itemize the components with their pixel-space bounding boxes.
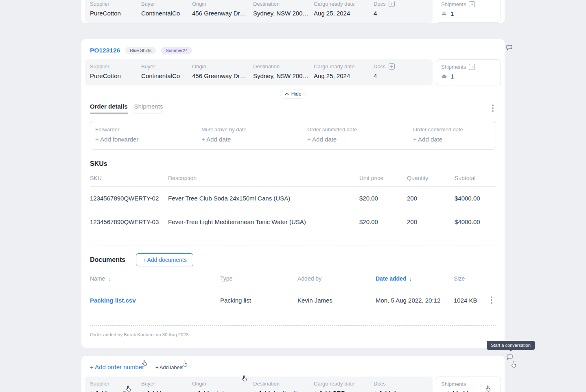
field-label: Destination: [253, 1, 314, 7]
document-date-added: Mon, 5 Aug 2022, 20:12: [376, 297, 454, 304]
field-value: ContinentalCo: [141, 72, 192, 79]
order-tabs-row: Order details Shipments: [81, 103, 505, 113]
field-label: Docs: [374, 63, 386, 70]
field-label: Supplier: [90, 1, 141, 7]
section-divider: [90, 325, 496, 326]
detail-field-confirmed: Order confirmed date + Add date: [413, 126, 496, 143]
sku-subtotal: $4000.00: [455, 195, 496, 202]
summary-field-origin: Origin 456 Greenway Dr…: [192, 63, 253, 79]
sku-quantity: 200: [407, 218, 455, 225]
summary-field-destination: Destination Sydney, NSW 200…: [253, 1, 314, 17]
add-shipment-icon[interactable]: +: [469, 1, 475, 7]
comment-icon[interactable]: [506, 353, 513, 361]
order-tag[interactable]: Blue Shirts: [125, 47, 156, 54]
hand-cursor-icon: [511, 361, 518, 368]
field-label: Cargo ready date: [314, 1, 374, 7]
add-documents-button[interactable]: + Add documents: [136, 253, 193, 266]
sku-unit-price: $20.00: [359, 195, 407, 202]
chevron-up-icon: [285, 93, 289, 96]
summary-field-docs: Docs + 4: [374, 1, 433, 17]
add-origin-button[interactable]: + Add origin: [192, 390, 253, 392]
add-crd-button[interactable]: + Add CRD: [314, 390, 374, 392]
documents-table-header: Name↓ Type Added by Date added↓ Size: [90, 266, 496, 287]
summary-field-supplier: Supplier + Add supplier: [90, 381, 141, 392]
order-summary-row: Supplier PureCotton Buyer ContinentalCo …: [85, 59, 501, 85]
field-label: Buyer: [141, 381, 192, 387]
sku-code: 1234567890QWERTY-03: [90, 218, 168, 225]
ship-icon: [441, 73, 447, 80]
field-value: 4: [374, 72, 433, 79]
field-label: Supplier: [90, 63, 141, 70]
po-number-link[interactable]: PO123126: [90, 47, 120, 54]
new-order-card: + Add order number + Add labels Supplier…: [81, 356, 505, 392]
summary-field-supplier: Supplier PureCotton: [90, 1, 141, 17]
col-unit-price: Unit price: [359, 175, 407, 181]
document-added-by: Kevin James: [297, 297, 376, 304]
shipments-count: 1: [450, 10, 454, 17]
add-must-arrive-date-button[interactable]: + Add date: [201, 136, 307, 143]
col-date-added-sort[interactable]: Date added↓: [376, 275, 454, 282]
add-order-number-button[interactable]: + Add order number: [90, 364, 144, 370]
tab-shipments[interactable]: Shipments: [134, 103, 163, 113]
field-label: Destination: [253, 381, 314, 387]
field-value: Sydney, NSW 200…: [253, 10, 314, 17]
sort-down-icon: ↓: [108, 276, 111, 282]
hide-button[interactable]: Hide: [280, 89, 306, 99]
document-link[interactable]: Packing list.csv: [90, 297, 220, 304]
shipments-cell: Shipments + Add shipments: [436, 377, 501, 392]
summary-field-origin: Origin 456 Greenway Dr…: [192, 1, 253, 17]
col-description: Description: [168, 175, 359, 181]
new-order-summary-row: Supplier + Add supplier Buyer + Add buye…: [85, 377, 501, 392]
add-doc-icon[interactable]: +: [389, 1, 395, 7]
table-row[interactable]: Packing list.csv Packing list Kevin Jame…: [90, 287, 496, 313]
field-label: Cargo ready date: [314, 63, 374, 70]
detail-field-must-arrive: Must arrive by date + Add date: [201, 126, 307, 143]
field-value: ContinentalCo: [141, 10, 192, 17]
add-destination-button[interactable]: + Add destination: [253, 390, 314, 392]
field-value: PureCotton: [90, 10, 141, 17]
order-menu-button[interactable]: [490, 103, 496, 113]
sku-table: SKU Description Unit price Quantity Subt…: [90, 168, 496, 233]
field-label: Supplier: [90, 381, 141, 387]
detail-field-submitted: Order submitted date + Add date: [307, 126, 413, 143]
table-row[interactable]: 1234567890QWERTY-02 Fever Tree Club Soda…: [90, 187, 496, 210]
tab-order-details[interactable]: Order details: [90, 103, 128, 113]
summary-field-buyer: Buyer ContinentalCo: [141, 63, 192, 79]
sku-description: Fever Tree Club Soda 24x150ml Cans (USA): [168, 195, 359, 202]
add-labels-button[interactable]: + Add labels: [155, 365, 183, 370]
col-subtotal: Subtotal: [455, 175, 496, 181]
field-label: Origin: [192, 63, 253, 70]
summary-field-crd: Cargo ready date Aug 25, 2024: [314, 63, 374, 79]
order-detail-fields: Forwarder + Add forwarder Must arrive by…: [90, 121, 496, 150]
shipments-cell: Shipments + 1: [436, 59, 501, 85]
comment-icon[interactable]: [506, 44, 513, 51]
col-name-sort[interactable]: Name↓: [90, 275, 220, 282]
field-label: Shipments: [441, 1, 466, 7]
collapsed-order-card: Supplier PureCotton Buyer ContinentalCo …: [81, 0, 505, 23]
add-docs-button[interactable]: + Add docs: [374, 390, 433, 392]
document-menu-button[interactable]: [487, 295, 496, 305]
summary-field-docs: Docs + 4: [374, 63, 433, 79]
col-added-by: Added by: [297, 275, 376, 282]
shipments-count: 1: [450, 73, 454, 80]
add-shipment-icon[interactable]: +: [469, 64, 475, 70]
field-label: Docs: [374, 381, 433, 387]
add-submitted-date-button[interactable]: + Add date: [307, 136, 413, 143]
add-confirmed-date-button[interactable]: + Add date: [413, 136, 496, 143]
add-doc-icon[interactable]: +: [389, 63, 395, 70]
new-order-summary-fields: Supplier + Add supplier Buyer + Add buye…: [85, 377, 433, 392]
field-value: 4: [374, 10, 433, 17]
table-row[interactable]: 1234567890QWERTY-03 Fever-Tree Light Med…: [90, 210, 496, 233]
field-label: Destination: [253, 63, 314, 70]
order-tag[interactable]: Summer24: [161, 47, 192, 54]
field-label: Origin: [192, 1, 253, 7]
field-value: Aug 25, 2024: [314, 10, 374, 17]
summary-field-supplier: Supplier PureCotton: [90, 63, 141, 79]
add-forwarder-button[interactable]: + Add forwarder: [95, 136, 201, 143]
skus-title: SKUs: [90, 160, 496, 168]
document-size: 1024 KB: [454, 297, 487, 304]
add-buyer-button[interactable]: + Add buyer: [141, 390, 192, 392]
field-label: Order submitted date: [307, 126, 413, 133]
add-supplier-button[interactable]: + Add supplier: [90, 390, 141, 392]
add-shipments-button[interactable]: + Add shipments: [441, 390, 496, 392]
